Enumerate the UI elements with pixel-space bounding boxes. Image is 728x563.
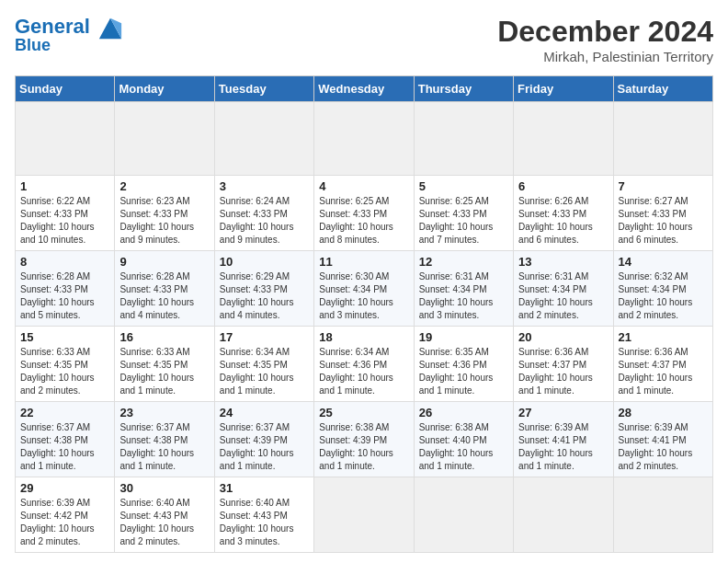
calendar-table: SundayMondayTuesdayWednesdayThursdayFrid… (15, 75, 713, 553)
calendar-week-row: 8Sunrise: 6:28 AM Sunset: 4:33 PM Daylig… (16, 251, 713, 327)
calendar-cell (214, 102, 313, 176)
day-number: 21 (619, 330, 708, 344)
day-number: 24 (220, 406, 309, 419)
calendar-cell: 13Sunrise: 6:31 AM Sunset: 4:34 PM Dayli… (514, 251, 613, 327)
calendar-cell: 22Sunrise: 6:37 AM Sunset: 4:38 PM Dayli… (16, 402, 115, 477)
calendar-header-monday: Monday (115, 76, 214, 102)
day-number: 11 (319, 255, 408, 269)
calendar-week-row: 22Sunrise: 6:37 AM Sunset: 4:38 PM Dayli… (16, 402, 713, 477)
calendar-cell: 8Sunrise: 6:28 AM Sunset: 4:33 PM Daylig… (16, 251, 115, 327)
calendar-week-row: 29Sunrise: 6:39 AM Sunset: 4:42 PM Dayli… (16, 477, 713, 553)
day-info: Sunrise: 6:31 AM Sunset: 4:34 PM Dayligh… (419, 270, 508, 322)
calendar-cell: 27Sunrise: 6:39 AM Sunset: 4:41 PM Dayli… (514, 402, 613, 477)
calendar-cell: 29Sunrise: 6:39 AM Sunset: 4:42 PM Dayli… (16, 477, 115, 553)
day-info: Sunrise: 6:34 AM Sunset: 4:36 PM Dayligh… (319, 346, 408, 397)
calendar-cell (314, 477, 414, 553)
day-number: 23 (119, 406, 209, 419)
calendar-week-row: 1Sunrise: 6:22 AM Sunset: 4:33 PM Daylig… (16, 176, 713, 251)
calendar-cell: 23Sunrise: 6:37 AM Sunset: 4:38 PM Dayli… (115, 402, 214, 477)
day-info: Sunrise: 6:28 AM Sunset: 4:33 PM Dayligh… (20, 270, 109, 322)
day-info: Sunrise: 6:40 AM Sunset: 4:43 PM Dayligh… (220, 497, 309, 548)
day-number: 4 (319, 179, 408, 193)
calendar-cell (514, 477, 613, 553)
calendar-cell: 19Sunrise: 6:35 AM Sunset: 4:36 PM Dayli… (414, 327, 513, 402)
day-number: 9 (119, 255, 209, 269)
day-info: Sunrise: 6:30 AM Sunset: 4:34 PM Dayligh… (319, 270, 408, 322)
calendar-cell (314, 102, 414, 176)
calendar-cell: 24Sunrise: 6:37 AM Sunset: 4:39 PM Dayli… (214, 402, 313, 477)
calendar-cell (414, 477, 513, 553)
day-number: 5 (419, 179, 508, 193)
day-number: 10 (220, 255, 309, 269)
calendar-cell: 14Sunrise: 6:32 AM Sunset: 4:34 PM Dayli… (613, 251, 712, 327)
day-info: Sunrise: 6:39 AM Sunset: 4:41 PM Dayligh… (619, 421, 708, 473)
day-info: Sunrise: 6:33 AM Sunset: 4:35 PM Dayligh… (119, 346, 209, 397)
day-number: 18 (319, 330, 408, 344)
calendar-cell: 10Sunrise: 6:29 AM Sunset: 4:33 PM Dayli… (214, 251, 313, 327)
calendar-week-row: 15Sunrise: 6:33 AM Sunset: 4:35 PM Dayli… (16, 327, 713, 402)
calendar-cell: 28Sunrise: 6:39 AM Sunset: 4:41 PM Dayli… (613, 402, 712, 477)
day-info: Sunrise: 6:38 AM Sunset: 4:40 PM Dayligh… (419, 421, 508, 473)
calendar-header-saturday: Saturday (613, 76, 712, 102)
day-info: Sunrise: 6:36 AM Sunset: 4:37 PM Dayligh… (518, 346, 608, 397)
calendar-header-wednesday: Wednesday (314, 76, 414, 102)
calendar-cell: 7Sunrise: 6:27 AM Sunset: 4:33 PM Daylig… (613, 176, 712, 251)
day-number: 25 (319, 406, 408, 419)
day-number: 19 (419, 330, 508, 344)
calendar-cell: 3Sunrise: 6:24 AM Sunset: 4:33 PM Daylig… (214, 176, 313, 251)
day-number: 17 (220, 330, 309, 344)
day-info: Sunrise: 6:28 AM Sunset: 4:33 PM Dayligh… (119, 270, 209, 322)
day-number: 1 (20, 179, 109, 193)
day-info: Sunrise: 6:37 AM Sunset: 4:38 PM Dayligh… (119, 421, 209, 473)
day-number: 20 (518, 330, 608, 344)
day-number: 16 (119, 330, 209, 344)
calendar-header-thursday: Thursday (414, 76, 513, 102)
calendar-cell (514, 102, 613, 176)
calendar-cell (115, 102, 214, 176)
title-block: December 2024 Mirkah, Palestinian Territ… (497, 15, 713, 64)
day-info: Sunrise: 6:24 AM Sunset: 4:33 PM Dayligh… (220, 195, 309, 247)
calendar-header-row: SundayMondayTuesdayWednesdayThursdayFrid… (16, 76, 713, 102)
month-title: December 2024 (497, 15, 713, 49)
day-number: 26 (419, 406, 508, 419)
day-info: Sunrise: 6:31 AM Sunset: 4:34 PM Dayligh… (518, 270, 608, 322)
calendar-header-friday: Friday (514, 76, 613, 102)
calendar-cell: 15Sunrise: 6:33 AM Sunset: 4:35 PM Dayli… (16, 327, 115, 402)
calendar-cell: 4Sunrise: 6:25 AM Sunset: 4:33 PM Daylig… (314, 176, 414, 251)
page-header: General Blue December 2024 Mirkah, Pales… (15, 15, 713, 64)
calendar-cell: 16Sunrise: 6:33 AM Sunset: 4:35 PM Dayli… (115, 327, 214, 402)
calendar-cell (613, 477, 712, 553)
day-number: 8 (20, 255, 109, 269)
day-number: 29 (20, 481, 109, 495)
calendar-cell: 1Sunrise: 6:22 AM Sunset: 4:33 PM Daylig… (16, 176, 115, 251)
day-info: Sunrise: 6:23 AM Sunset: 4:33 PM Dayligh… (119, 195, 209, 247)
day-number: 31 (220, 481, 309, 495)
day-info: Sunrise: 6:32 AM Sunset: 4:34 PM Dayligh… (619, 270, 708, 322)
calendar-cell: 25Sunrise: 6:38 AM Sunset: 4:39 PM Dayli… (314, 402, 414, 477)
day-info: Sunrise: 6:25 AM Sunset: 4:33 PM Dayligh… (419, 195, 508, 247)
day-info: Sunrise: 6:29 AM Sunset: 4:33 PM Dayligh… (220, 270, 309, 322)
day-number: 28 (619, 406, 708, 419)
day-number: 12 (419, 255, 508, 269)
calendar-cell: 20Sunrise: 6:36 AM Sunset: 4:37 PM Dayli… (514, 327, 613, 402)
calendar-cell: 31Sunrise: 6:40 AM Sunset: 4:43 PM Dayli… (214, 477, 313, 553)
calendar-cell (414, 102, 513, 176)
calendar-cell: 6Sunrise: 6:26 AM Sunset: 4:33 PM Daylig… (514, 176, 613, 251)
day-number: 2 (119, 179, 209, 193)
calendar-cell: 2Sunrise: 6:23 AM Sunset: 4:33 PM Daylig… (115, 176, 214, 251)
day-info: Sunrise: 6:26 AM Sunset: 4:33 PM Dayligh… (518, 195, 608, 247)
calendar-cell (613, 102, 712, 176)
location-title: Mirkah, Palestinian Territory (497, 49, 713, 64)
day-info: Sunrise: 6:33 AM Sunset: 4:35 PM Dayligh… (20, 346, 109, 397)
calendar-cell: 5Sunrise: 6:25 AM Sunset: 4:33 PM Daylig… (414, 176, 513, 251)
calendar-cell: 30Sunrise: 6:40 AM Sunset: 4:43 PM Dayli… (115, 477, 214, 553)
day-info: Sunrise: 6:40 AM Sunset: 4:43 PM Dayligh… (119, 497, 209, 548)
calendar-header-tuesday: Tuesday (214, 76, 313, 102)
day-info: Sunrise: 6:39 AM Sunset: 4:42 PM Dayligh… (20, 497, 109, 548)
day-info: Sunrise: 6:36 AM Sunset: 4:37 PM Dayligh… (619, 346, 708, 397)
day-info: Sunrise: 6:27 AM Sunset: 4:33 PM Dayligh… (619, 195, 708, 247)
day-info: Sunrise: 6:25 AM Sunset: 4:33 PM Dayligh… (319, 195, 408, 247)
day-info: Sunrise: 6:35 AM Sunset: 4:36 PM Dayligh… (419, 346, 508, 397)
day-number: 6 (518, 179, 608, 193)
day-number: 30 (119, 481, 209, 495)
